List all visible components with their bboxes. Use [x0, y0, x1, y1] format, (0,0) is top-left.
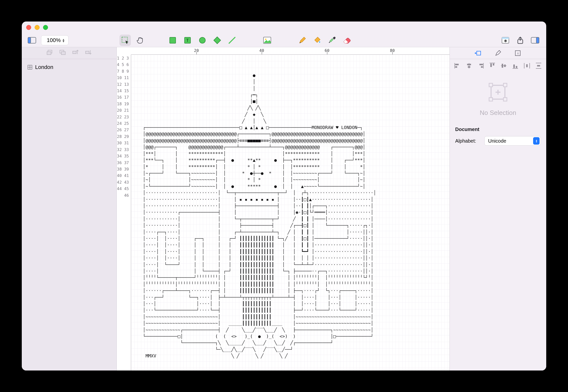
- svg-rect-21: [73, 51, 76, 54]
- align-right[interactable]: [477, 63, 485, 69]
- text-tool[interactable]: T: [182, 35, 193, 46]
- svg-text:⅄: ⅄: [517, 52, 519, 55]
- svg-rect-18: [47, 52, 51, 55]
- svg-rect-43: [504, 65, 506, 67]
- selection-placeholder: No Selection: [450, 72, 546, 127]
- tab-snap[interactable]: ⅄: [514, 49, 521, 57]
- svg-rect-16: [536, 37, 539, 43]
- tab-style[interactable]: [494, 49, 502, 57]
- layer-tool-2[interactable]: [60, 50, 66, 56]
- svg-rect-37: [481, 66, 483, 68]
- toolbar: 100% ▴▾ T: [22, 33, 546, 47]
- bucket-tool[interactable]: [311, 35, 323, 46]
- layer-tool-4[interactable]: [85, 50, 92, 56]
- alphabet-value: Unicode: [488, 138, 506, 144]
- svg-rect-31: [455, 66, 457, 68]
- svg-rect-45: [513, 65, 515, 68]
- align-bottom[interactable]: [511, 63, 519, 69]
- line-gutter: 1 2 3 4 5 6 7 8 9 10 11 12 13 14 15 16 1…: [117, 55, 131, 370]
- svg-rect-40: [493, 64, 494, 65]
- app-window: 100% ▴▾ T: [22, 22, 546, 370]
- svg-text:∗: ∗: [504, 38, 507, 43]
- inspector-panel: ⅄: [450, 47, 546, 370]
- svg-rect-57: [503, 98, 507, 101]
- svg-rect-42: [502, 64, 503, 68]
- svg-point-9: [265, 39, 266, 40]
- canvas-area: 20406080 1 2 3 4 5 6 7 8 9 10 11 12 13 1…: [117, 47, 450, 370]
- tool-group-draw: [297, 35, 353, 46]
- no-selection-icon: [486, 80, 510, 105]
- svg-rect-1: [28, 37, 31, 43]
- layer-name: London: [35, 64, 53, 70]
- doc-section-header: Document: [450, 127, 546, 135]
- diamond-tool[interactable]: [212, 35, 223, 46]
- svg-rect-34: [468, 66, 470, 68]
- svg-rect-55: [503, 83, 507, 87]
- canvas[interactable]: ● │ │ ┌╍┐ │■│: [131, 55, 450, 370]
- ellipse-tool[interactable]: [197, 35, 208, 46]
- distribute-h[interactable]: [523, 63, 531, 69]
- minimize-window-button[interactable]: [35, 25, 40, 30]
- layer-tool-1[interactable]: [47, 50, 53, 56]
- window-controls: [26, 25, 48, 30]
- svg-rect-56: [489, 98, 493, 101]
- alphabet-row: Alphabet: Unicode ▴▾: [450, 135, 546, 147]
- svg-text:T: T: [186, 38, 189, 43]
- layer-tool-3[interactable]: [72, 50, 79, 56]
- svg-rect-26: [477, 51, 481, 55]
- ruler-horizontal: 20406080: [131, 47, 450, 55]
- toggle-inspector-button[interactable]: [529, 35, 541, 46]
- snippet-button[interactable]: ∗: [500, 35, 511, 46]
- layers-toolbar: [22, 47, 117, 59]
- pan-tool[interactable]: [134, 35, 146, 46]
- chevron-up-down-icon: ▴▾: [63, 38, 64, 42]
- svg-point-6: [199, 37, 205, 43]
- layer-list: London: [22, 59, 117, 75]
- svg-rect-36: [479, 64, 483, 65]
- align-top[interactable]: [488, 63, 496, 69]
- export-button[interactable]: [515, 35, 526, 46]
- close-window-button[interactable]: [26, 25, 31, 30]
- chevron-up-down-icon: ▴▾: [533, 137, 540, 145]
- zoom-selector[interactable]: 100% ▴▾: [41, 35, 69, 45]
- alignment-buttons: [450, 59, 546, 72]
- tab-geometry[interactable]: [474, 49, 482, 57]
- eyedropper-tool[interactable]: [326, 35, 338, 46]
- select-tool[interactable]: [119, 35, 131, 46]
- layer-item[interactable]: London: [27, 63, 112, 72]
- align-vcenter[interactable]: [500, 63, 508, 69]
- no-selection-label: No Selection: [480, 109, 516, 117]
- align-left[interactable]: [453, 63, 461, 69]
- image-tool[interactable]: [261, 35, 273, 46]
- titlebar: [22, 22, 546, 33]
- svg-rect-3: [170, 37, 176, 43]
- pencil-tool[interactable]: [297, 35, 308, 46]
- layers-panel: London: [22, 47, 117, 370]
- svg-rect-22: [86, 51, 89, 54]
- svg-rect-33: [467, 64, 471, 65]
- tool-group-select: [119, 35, 146, 46]
- alphabet-label: Alphabet:: [455, 138, 480, 144]
- grid-icon: [28, 65, 32, 69]
- svg-line-7: [229, 37, 235, 43]
- inspector-tabs: ⅄: [450, 47, 546, 59]
- svg-rect-46: [516, 66, 517, 68]
- alphabet-select[interactable]: Unicode ▴▾: [484, 136, 541, 146]
- svg-rect-54: [489, 83, 493, 87]
- svg-rect-10: [330, 38, 333, 42]
- distribute-v[interactable]: [535, 63, 543, 69]
- line-tool[interactable]: [226, 35, 238, 46]
- align-hcenter[interactable]: [465, 63, 473, 69]
- svg-rect-30: [455, 64, 459, 65]
- rectangle-tool[interactable]: [167, 35, 178, 46]
- toggle-sidebar-button[interactable]: [27, 37, 37, 44]
- ascii-art: ● │ │ ┌╍┐ │■│: [131, 59, 450, 359]
- svg-rect-20: [61, 52, 65, 55]
- tool-group-shapes: T: [167, 35, 238, 46]
- svg-rect-52: [537, 65, 540, 66]
- zoom-window-button[interactable]: [43, 25, 48, 30]
- zoom-value: 100%: [47, 37, 61, 44]
- eraser-tool[interactable]: [341, 35, 353, 46]
- svg-rect-39: [490, 64, 492, 67]
- svg-rect-49: [526, 64, 528, 67]
